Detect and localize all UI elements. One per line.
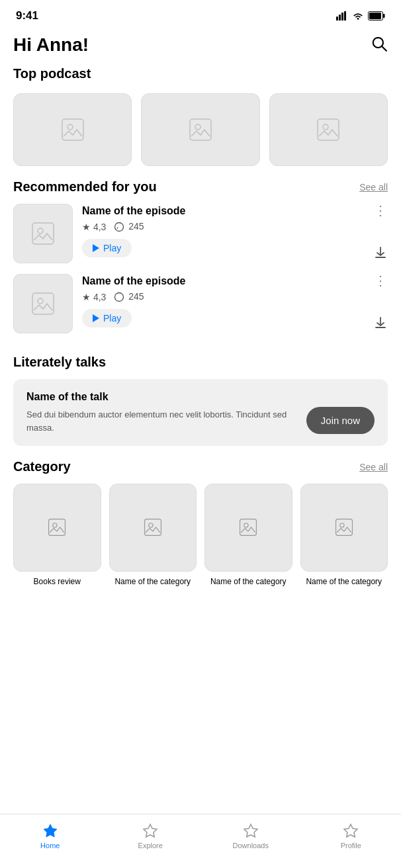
svg-point-17 — [38, 228, 43, 234]
talks-section-title: Literately talks — [13, 355, 388, 370]
nav-item-profile[interactable]: Profile — [301, 814, 402, 857]
svg-marker-33 — [344, 824, 357, 837]
svg-point-13 — [195, 124, 200, 130]
svg-marker-31 — [144, 824, 157, 837]
svg-line-9 — [382, 46, 386, 51]
episode-meta-1: ★ 4,3 245 — [82, 221, 364, 232]
podcast-card-1[interactable] — [13, 93, 132, 166]
svg-marker-32 — [244, 824, 257, 837]
home-star-icon — [42, 823, 58, 839]
episode-item-1: Name of the episode ★ 4,3 245 Play ⋮ — [13, 204, 388, 263]
episode-image-2 — [31, 292, 55, 316]
svg-rect-2 — [341, 13, 343, 21]
episode-thumb-1[interactable] — [13, 204, 73, 263]
nav-label-home: Home — [40, 842, 60, 849]
svg-rect-16 — [32, 223, 54, 244]
download-button-2[interactable] — [373, 316, 388, 333]
category-item-3[interactable]: Name of the category — [204, 484, 292, 587]
downloads-star-icon — [243, 823, 259, 839]
episode-rating-2: ★ 4,3 — [82, 292, 106, 302]
recommended-title: Recommended for you — [13, 179, 157, 195]
nav-item-home[interactable]: Home — [0, 814, 101, 857]
episode-name-2: Name of the episode — [82, 275, 364, 287]
play-label-2: Play — [103, 313, 121, 324]
episode-comments-2: 245 — [114, 291, 144, 302]
status-bar: 9:41 — [0, 0, 401, 29]
talk-description: Sed dui bibendum auctor elementum nec ve… — [26, 408, 296, 434]
nav-item-downloads[interactable]: Downloads — [200, 814, 301, 857]
category-thumb-1 — [13, 484, 101, 572]
svg-rect-19 — [32, 293, 54, 314]
category-item-1[interactable]: Books review — [13, 484, 101, 587]
search-icon — [371, 35, 388, 52]
episode-actions-1: ⋮ — [373, 204, 388, 263]
episode-info-2: Name of the episode ★ 4,3 245 Play — [82, 274, 364, 327]
svg-point-20 — [38, 298, 43, 304]
podcast-card-3[interactable] — [269, 93, 388, 166]
join-button[interactable]: Join now — [306, 407, 375, 434]
page-greeting: Hi Anna! — [13, 34, 89, 56]
svg-point-27 — [244, 523, 248, 527]
category-header: Category See all — [13, 459, 388, 474]
svg-rect-1 — [339, 15, 341, 21]
recommended-see-all[interactable]: See all — [359, 182, 388, 193]
category-item-2[interactable]: Name of the category — [109, 484, 197, 587]
search-button[interactable] — [371, 35, 388, 55]
category-see-all[interactable]: See all — [359, 462, 388, 472]
more-options-1[interactable]: ⋮ — [374, 204, 388, 217]
status-time: 9:41 — [16, 9, 38, 22]
category-item-4[interactable]: Name of the category — [300, 484, 388, 587]
explore-star-icon — [142, 823, 158, 839]
svg-point-23 — [53, 523, 57, 527]
svg-point-21 — [115, 293, 124, 302]
signal-icon — [336, 11, 348, 21]
category-section: Category See all Books review Nam — [0, 459, 401, 653]
category-label-2: Name of the category — [114, 577, 191, 587]
category-image-2 — [144, 518, 162, 537]
category-thumb-2 — [109, 484, 197, 572]
episode-rating-1: ★ 4,3 — [82, 222, 106, 232]
category-label-1: Books review — [34, 577, 81, 587]
svg-rect-28 — [335, 519, 352, 536]
svg-rect-6 — [369, 13, 381, 19]
top-podcast-section: Top podcast — [0, 66, 401, 93]
wifi-icon — [352, 11, 364, 21]
svg-rect-12 — [190, 119, 211, 140]
nav-label-explore: Explore — [138, 842, 163, 849]
battery-icon — [368, 11, 385, 21]
nav-item-explore[interactable]: Explore — [101, 814, 201, 857]
episode-thumb-2[interactable] — [13, 274, 73, 333]
svg-rect-0 — [336, 17, 338, 21]
talk-content: Name of the talk Sed dui bibendum auctor… — [26, 391, 296, 434]
profile-star-icon — [343, 823, 359, 839]
svg-rect-3 — [344, 11, 346, 21]
svg-point-25 — [149, 523, 153, 527]
podcast-card-2[interactable] — [141, 93, 259, 166]
podcast-row — [0, 93, 401, 179]
category-title: Category — [13, 459, 71, 474]
play-button-2[interactable]: Play — [82, 309, 132, 327]
svg-point-15 — [323, 124, 328, 130]
svg-point-29 — [340, 523, 344, 527]
play-triangle-1 — [93, 244, 99, 252]
category-label-4: Name of the category — [306, 577, 382, 587]
play-triangle-2 — [93, 314, 99, 322]
recommended-section: Recommended for you See all Name of the … — [0, 179, 401, 355]
download-button-1[interactable] — [373, 245, 388, 263]
svg-point-4 — [357, 18, 359, 20]
more-options-2[interactable]: ⋮ — [374, 274, 388, 287]
top-podcast-title: Top podcast — [13, 66, 91, 81]
play-button-1[interactable]: Play — [82, 239, 132, 257]
svg-point-18 — [115, 223, 124, 232]
category-label-3: Name of the category — [210, 577, 287, 587]
top-podcast-header: Top podcast — [13, 66, 388, 81]
category-thumb-4 — [300, 484, 388, 572]
play-label-1: Play — [103, 243, 121, 253]
episode-info-1: Name of the episode ★ 4,3 245 Play — [82, 204, 364, 257]
svg-marker-30 — [44, 824, 57, 837]
bottom-nav: Home Explore Downloads Profile — [0, 814, 401, 868]
episode-name-1: Name of the episode — [82, 205, 364, 217]
svg-rect-22 — [49, 519, 66, 536]
podcast-image-1 — [61, 118, 85, 142]
podcast-image-2 — [189, 118, 212, 142]
